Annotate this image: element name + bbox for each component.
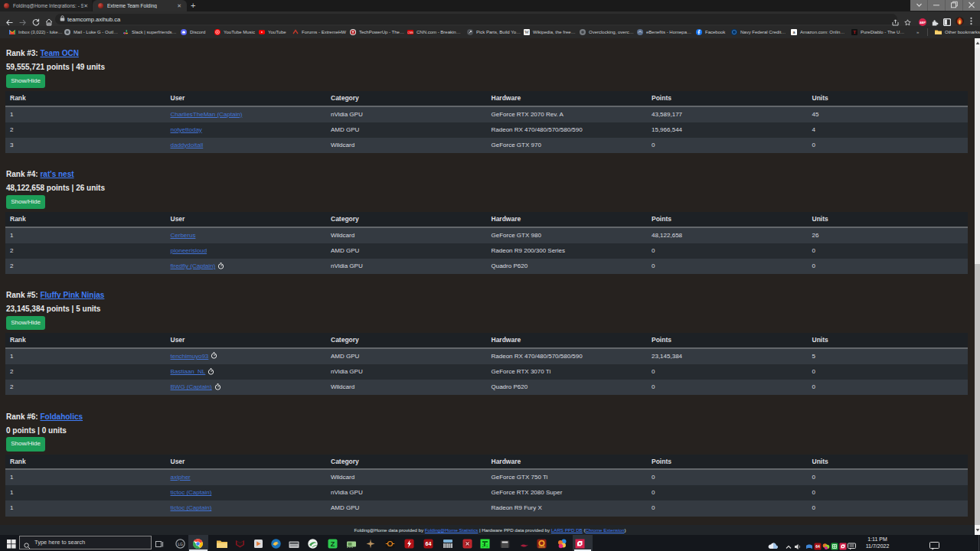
svg-text:64: 64 bbox=[815, 544, 820, 549]
svg-text:CNN: CNN bbox=[407, 31, 413, 34]
svg-text:64: 64 bbox=[426, 541, 432, 546]
svg-text:2-1: 2-1 bbox=[482, 544, 488, 548]
svg-text:W: W bbox=[524, 30, 529, 34]
svg-text:Z: Z bbox=[331, 540, 335, 547]
svg-text:LG: LG bbox=[178, 541, 183, 546]
svg-text:ABP: ABP bbox=[920, 21, 926, 24]
svg-text:T: T bbox=[853, 30, 856, 34]
svg-text:GUDIE: GUDIE bbox=[538, 546, 544, 549]
